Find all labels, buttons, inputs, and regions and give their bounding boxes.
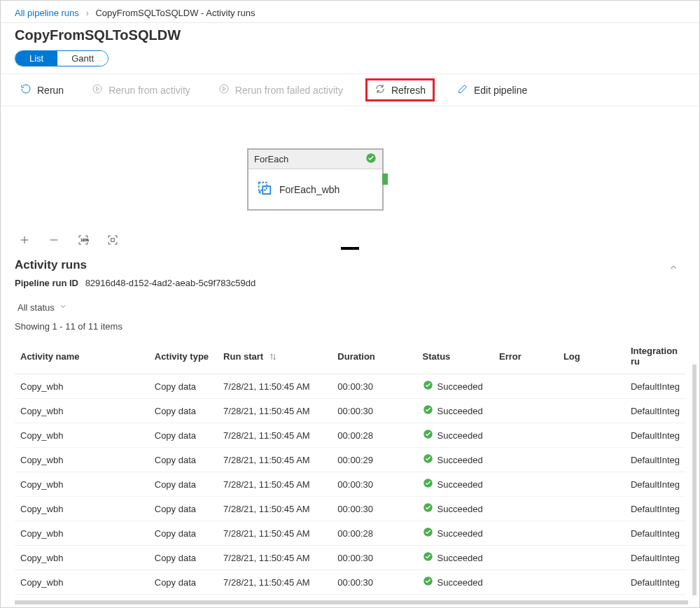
success-icon <box>365 153 377 166</box>
pipeline-canvas[interactable]: ForEach ForEach_wbh 100% <box>1 106 699 250</box>
cell-duration: 00:00:30 <box>332 399 416 423</box>
node-output-handle[interactable] <box>382 174 388 185</box>
toggle-list[interactable]: List <box>15 51 57 66</box>
foreach-node[interactable]: ForEach ForEach_wbh <box>247 148 384 211</box>
status-filter-label: All status <box>18 302 55 313</box>
table-row[interactable]: Copy_wbhCopy data7/28/21, 11:50:45 AM00:… <box>15 570 685 595</box>
activity-runs-table: Activity name Activity type Run start Du… <box>15 339 685 595</box>
toolbar: Rerun Rerun from activity Rerun from fai… <box>1 73 699 106</box>
col-run-start[interactable]: Run start <box>218 339 332 374</box>
table-row[interactable]: Copy_wbhCopy data7/28/21, 11:50:45 AM00:… <box>15 399 685 423</box>
breadcrumb-separator: › <box>85 8 88 18</box>
rerun-activity-label: Rerun from activity <box>108 85 190 96</box>
rerun-failed-icon <box>218 83 230 97</box>
cell-run-start: 7/28/21, 11:50:45 AM <box>218 521 332 546</box>
rerun-activity-icon <box>92 83 103 97</box>
cell-activity-type: Copy data <box>149 374 218 399</box>
vertical-scrollbar[interactable] <box>692 365 696 595</box>
cell-activity-type: Copy data <box>149 472 218 497</box>
cell-run-start: 7/28/21, 11:50:45 AM <box>218 399 332 423</box>
success-icon <box>423 380 433 393</box>
svg-point-1 <box>220 85 228 93</box>
success-icon <box>423 429 433 441</box>
cell-activity-name: Copy_wbh <box>15 374 149 399</box>
run-id-label: Pipeline run ID <box>15 278 78 288</box>
node-name: ForEach_wbh <box>279 184 340 195</box>
cell-error <box>493 472 558 497</box>
toggle-gantt[interactable]: Gantt <box>57 51 108 66</box>
success-icon <box>423 576 433 588</box>
breadcrumb: All pipeline runs › CopyFromSQLToSQLDW -… <box>1 1 699 23</box>
cell-status: Succeeded <box>417 472 493 497</box>
page-title: CopyFromSQLToSQLDW <box>15 27 685 43</box>
zoom-in-button[interactable] <box>18 234 31 246</box>
cell-integration-runtime: DefaultInteg <box>625 472 685 497</box>
col-error[interactable]: Error <box>493 339 558 374</box>
breadcrumb-current: CopyFromSQLToSQLDW - Activity runs <box>95 8 255 18</box>
collapse-panel-button[interactable] <box>668 262 678 274</box>
cell-run-start: 7/28/21, 11:50:45 AM <box>218 374 332 399</box>
cell-error <box>493 546 558 570</box>
status-filter-dropdown[interactable]: All status <box>18 302 67 313</box>
cell-activity-type: Copy data <box>149 570 218 595</box>
col-activity-type[interactable]: Activity type <box>149 339 218 374</box>
canvas-controls: 100% <box>18 234 119 246</box>
breadcrumb-root-link[interactable]: All pipeline runs <box>15 8 79 18</box>
rerun-button[interactable]: Rerun <box>15 79 69 101</box>
table-row[interactable]: Copy_wbhCopy data7/28/21, 11:50:45 AM00:… <box>15 448 685 472</box>
cell-log <box>558 399 625 423</box>
cell-log <box>558 448 625 472</box>
success-icon <box>423 453 433 466</box>
cell-status: Succeeded <box>417 570 493 595</box>
table-row[interactable]: Copy_wbhCopy data7/28/21, 11:50:45 AM00:… <box>15 546 685 570</box>
table-row[interactable]: Copy_wbhCopy data7/28/21, 11:50:45 AM00:… <box>15 423 685 448</box>
col-integration-runtime[interactable]: Integration ru <box>625 339 685 374</box>
cell-run-start: 7/28/21, 11:50:45 AM <box>218 448 332 472</box>
rerun-label: Rerun <box>37 85 64 96</box>
edit-pipeline-button[interactable]: Edit pipeline <box>451 79 533 101</box>
table-row[interactable]: Copy_wbhCopy data7/28/21, 11:50:45 AM00:… <box>15 521 685 546</box>
cell-integration-runtime: DefaultInteg <box>625 423 685 448</box>
col-run-start-label: Run start <box>223 351 263 362</box>
refresh-button[interactable]: Refresh <box>365 78 435 101</box>
col-duration[interactable]: Duration <box>332 339 416 374</box>
cell-run-start: 7/28/21, 11:50:45 AM <box>218 472 332 497</box>
cell-activity-name: Copy_wbh <box>15 423 149 448</box>
cell-activity-name: Copy_wbh <box>15 472 149 497</box>
cell-activity-type: Copy data <box>149 497 218 521</box>
col-log[interactable]: Log <box>558 339 625 374</box>
chevron-down-icon <box>59 302 67 313</box>
cell-error <box>493 374 558 399</box>
refresh-icon <box>374 83 386 97</box>
cell-log <box>558 374 625 399</box>
cell-integration-runtime: DefaultInteg <box>625 570 685 595</box>
cell-duration: 00:00:28 <box>332 521 416 546</box>
edit-icon <box>457 83 468 97</box>
col-activity-name[interactable]: Activity name <box>15 339 149 374</box>
table-row[interactable]: Copy_wbhCopy data7/28/21, 11:50:45 AM00:… <box>15 472 685 497</box>
edit-label: Edit pipeline <box>474 85 527 96</box>
cell-status: Succeeded <box>417 448 493 472</box>
table-row[interactable]: Copy_wbhCopy data7/28/21, 11:50:45 AM00:… <box>15 374 685 399</box>
cell-log <box>558 521 625 546</box>
cell-status: Succeeded <box>417 497 493 521</box>
table-row[interactable]: Copy_wbhCopy data7/28/21, 11:50:45 AM00:… <box>15 497 685 521</box>
view-toggle: List Gantt <box>15 50 108 66</box>
svg-rect-5 <box>111 239 115 242</box>
zoom-fit-button[interactable] <box>106 234 119 246</box>
cell-duration: 00:00:30 <box>332 472 416 497</box>
rerun-from-failed-button: Rerun from failed activity <box>213 79 349 101</box>
cell-activity-name: Copy_wbh <box>15 399 149 423</box>
activity-runs-panel: Activity runs Pipeline run ID 82916d48-d… <box>1 250 699 595</box>
cell-error <box>493 448 558 472</box>
cell-status: Succeeded <box>417 399 493 423</box>
cell-duration: 00:00:28 <box>332 423 416 448</box>
svg-point-0 <box>93 85 102 93</box>
zoom-100-button[interactable]: 100% <box>77 234 90 246</box>
horizontal-scrollbar[interactable] <box>15 600 688 605</box>
foreach-icon <box>257 181 272 198</box>
cell-error <box>493 521 558 546</box>
zoom-out-button[interactable] <box>48 234 60 246</box>
success-icon <box>423 404 433 417</box>
col-status[interactable]: Status <box>417 339 493 374</box>
